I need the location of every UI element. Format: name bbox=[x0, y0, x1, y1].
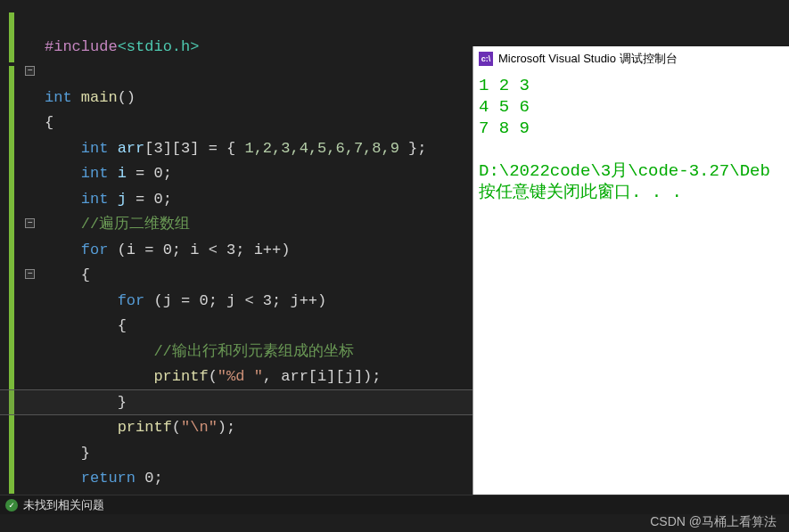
change-marker bbox=[9, 66, 14, 494]
status-text: 未找到相关问题 bbox=[23, 497, 104, 513]
fold-icon[interactable]: − bbox=[25, 66, 35, 76]
fold-icon[interactable]: − bbox=[25, 269, 35, 279]
watermark: CSDN @马桶上看算法 bbox=[650, 514, 777, 530]
code-content: #include<stdio.h> int main() { int arr[3… bbox=[45, 9, 481, 517]
change-marker bbox=[9, 12, 14, 62]
console-titlebar[interactable]: c:\ Microsoft Visual Studio 调试控制台 bbox=[473, 46, 789, 71]
console-title-text: Microsoft Visual Studio 调试控制台 bbox=[498, 51, 678, 67]
check-icon: ✓ bbox=[5, 499, 18, 512]
status-bar[interactable]: ✓ 未找到相关问题 bbox=[0, 495, 789, 514]
console-output: 1 2 3 4 5 6 7 8 9 D:\2022code\3月\code-3.… bbox=[473, 71, 789, 207]
vs-icon: c:\ bbox=[479, 52, 493, 66]
fold-icon[interactable]: − bbox=[25, 218, 35, 228]
code-editor[interactable]: − − − #include<stdio.h> int main() { int… bbox=[0, 0, 481, 495]
debug-console: c:\ Microsoft Visual Studio 调试控制台 1 2 3 … bbox=[473, 46, 789, 495]
